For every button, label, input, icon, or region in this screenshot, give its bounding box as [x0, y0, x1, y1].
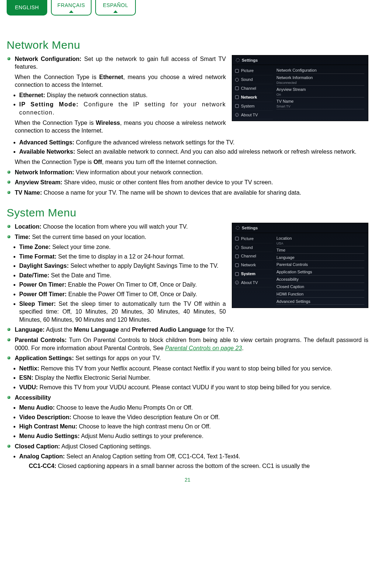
desc: View information about your network conn… [74, 169, 203, 175]
list-item: Network Information: View information ab… [7, 168, 368, 177]
desc: Display the Netflix Electronic Serial Nu… [33, 375, 150, 381]
heading-network-menu: Network Menu [7, 38, 368, 53]
list-item: Ethernet: Display the network connection… [7, 91, 368, 99]
list-item: Language: Adjust the Menu Language and P… [7, 326, 368, 334]
list-item: Location: Choose the location from where… [7, 223, 368, 231]
term: CC1-CC4: [29, 463, 56, 469]
desc: Choose to leave the Audio Menu Prompts O… [55, 404, 193, 411]
desc: Choose to leave the Video description fe… [71, 414, 220, 420]
term: Ethernet [99, 74, 123, 80]
link-parental-controls[interactable]: Parental Controls on page 23 [165, 345, 242, 351]
list-item: Power On Timer: Enable the Power On Time… [7, 281, 368, 289]
list-item: Accessibility [7, 394, 368, 402]
triangle-up-icon [69, 10, 73, 13]
list-item: Video Description: Choose to leave the V… [7, 413, 368, 421]
desc: Choose to leave the high contrast menu O… [77, 423, 211, 430]
list-item: Menu Audio: Choose to leave the Audio Me… [7, 404, 368, 412]
settings-row-value: Disconnected [276, 81, 364, 85]
desc: Choose the location from where you will … [41, 223, 188, 230]
text: . [242, 345, 243, 351]
term: Time Zone: [19, 244, 51, 250]
settings-row-label: Network Information [276, 75, 364, 81]
term: Power Off Timer: [19, 291, 67, 297]
term: Analog Caption: [19, 453, 65, 459]
triangle-up-icon [113, 10, 118, 13]
term: Parental Controls: [15, 337, 67, 343]
desc: Set the time to display in a 12 or 24-ho… [56, 253, 185, 260]
desc: Enable the Power On Timer to Off, Once o… [66, 281, 197, 288]
list-item: Closed Caption: Adjust Closed Captioning… [7, 442, 368, 451]
term: Power On Timer: [19, 281, 66, 288]
term: IP Setting Mode: [19, 101, 79, 107]
text: Closed captioning appears in a small ban… [56, 463, 310, 469]
desc: Select an available network to connect. … [75, 148, 356, 155]
tab-label: FRANÇAIS [58, 2, 85, 9]
list-item: Network Configuration: Set up the networ… [7, 55, 368, 71]
term: VUDU: [19, 384, 38, 390]
settings-row: Network InformationDisconnected [276, 74, 364, 86]
list-item: Netflix: Remove this TV from your Netfli… [7, 365, 368, 373]
term: Accessibility [15, 394, 51, 401]
desc: Display the network connection status. [45, 92, 147, 98]
list-item: Sleep Timer: Set the sleep timer to auto… [7, 300, 368, 324]
desc: Select your time zone. [51, 244, 111, 250]
term: Network Information: [15, 169, 74, 175]
term: Ethernet: [19, 92, 45, 98]
term: TV Name: [15, 189, 42, 196]
desc: Share video, music or other content file… [62, 179, 273, 185]
desc: Choose a name for your TV. The name will… [42, 189, 301, 196]
list-item: Application Settings: Set settings for a… [7, 354, 368, 362]
list-item: Time: Set the current time based on your… [7, 233, 368, 241]
term: Application Settings: [15, 355, 74, 361]
term: Closed Caption: [15, 443, 60, 449]
list-item: Time Format: Set the time to display in … [7, 253, 368, 261]
text: , means you turn off the Internet connec… [102, 159, 217, 165]
term: Preferred Audio Language [132, 327, 206, 333]
sidebar-item-label: Sound [241, 77, 253, 82]
list-item: Menu Audio Settings: Adjust Menu Audio s… [7, 432, 368, 440]
list-item: Daylight Savings: Select whether to appl… [7, 262, 368, 270]
list-item: Date/Time: Set the Date and Time. [7, 271, 368, 280]
list-item: Time Zone: Select your time zone. [7, 243, 368, 251]
term: Menu Audio Settings: [19, 433, 80, 439]
desc: Enable the Power Off Timer to Off, Once … [67, 291, 197, 297]
text: When the Connection Type is [15, 159, 93, 165]
list-item: Power Off Timer: Enable the Power Off Ti… [7, 290, 368, 298]
list-item: Analog Caption: Select an Analog Caption… [7, 452, 368, 461]
text: for the TV. [206, 327, 234, 333]
desc: Select an Analog Caption setting from Of… [65, 453, 240, 459]
list-item: ESN: Display the Netflix Electronic Seri… [7, 374, 368, 382]
list-item: TV Name: Choose a name for your TV. The … [7, 189, 368, 197]
desc: Select whether to apply Daylight Savings… [69, 263, 219, 269]
text: Adjust the [45, 327, 74, 333]
desc: Adjust Closed Captioning settings. [60, 443, 151, 449]
term: ESN: [19, 375, 33, 381]
text: and [119, 327, 132, 333]
term: Available Networks: [19, 148, 75, 155]
menu-icon [235, 78, 239, 82]
term: Sleep Timer: [19, 301, 56, 307]
desc: Set settings for apps on your TV. [74, 355, 161, 361]
list-item: Advanced Settings: Configure the advance… [7, 139, 368, 147]
language-tabs: ENGLISH FRANÇAIS ESPAÑOL [7, 0, 368, 16]
desc: Set the current time based on your locat… [30, 234, 146, 240]
list-item: Anyview Stream: Share video, music or ot… [7, 178, 368, 187]
term: Menu Audio: [19, 404, 55, 411]
sidebar-item-label: Channel [241, 86, 256, 91]
paragraph: CC1-CC4: Closed captioning appears in a … [7, 462, 368, 470]
tab-francais[interactable]: FRANÇAIS [51, 0, 92, 16]
heading-system-menu: System Menu [7, 205, 368, 220]
tab-english[interactable]: ENGLISH [7, 0, 47, 16]
term: Daylight Savings: [19, 263, 69, 269]
term: Anyview Stream: [15, 179, 62, 185]
term: Language: [15, 327, 45, 333]
term: Location: [15, 223, 41, 230]
term: Network Configuration: [15, 56, 82, 62]
desc: Set the Date and Time. [49, 272, 111, 278]
term: Off [93, 159, 102, 165]
text: When the Connection Type is [15, 74, 99, 80]
menu-icon [235, 86, 239, 90]
page-number: 21 [7, 476, 368, 483]
tab-espanol[interactable]: ESPAÑOL [95, 0, 136, 16]
term: Advanced Settings: [19, 139, 74, 146]
